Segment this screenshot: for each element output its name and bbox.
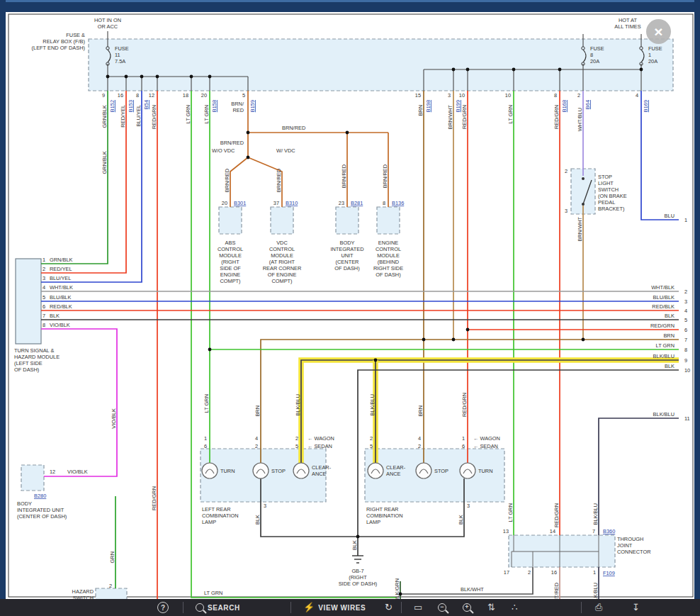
connector-ref-b64[interactable]: B64 (585, 100, 591, 109)
label-9: 9 (102, 92, 105, 99)
zoom-out-icon: − (438, 603, 446, 612)
label-6: 6 (684, 327, 687, 333)
label-stop: STOP (434, 468, 448, 474)
label-2: 2 (418, 443, 421, 449)
label-10: 10 (459, 92, 465, 99)
label-bracket: BRACKET) (598, 206, 624, 212)
label-control: CONTROL (218, 246, 243, 252)
connector-ref-b158[interactable]: B158 (211, 100, 218, 112)
turn-hazard-module-box (16, 259, 41, 344)
label-20: 20 (222, 200, 227, 206)
zoom-out-icon[interactable]: − (438, 599, 446, 616)
label-3: 3 (684, 298, 687, 305)
fuse-relay-box (89, 39, 673, 91)
junction-dot (140, 75, 144, 79)
rotate-icon: ↻ (385, 599, 393, 616)
label-gb-7: GB-7 (351, 568, 363, 574)
label-red-grn: RED/GRN (650, 323, 674, 329)
label-lamp: LAMP (366, 519, 380, 525)
help-icon[interactable]: ? (157, 599, 169, 616)
print-icon[interactable]: ⎙ (595, 599, 602, 616)
connector-ref-f109[interactable]: F109 (603, 570, 615, 576)
help-icon: ? (157, 602, 169, 613)
label-2: 2 (565, 168, 568, 174)
label-4: 4 (255, 435, 258, 442)
label-of-dash: OF DASH) (334, 265, 359, 271)
label-10: 10 (684, 367, 690, 374)
connector-ref-b301[interactable]: B301 (234, 200, 246, 206)
label-red-grn: RED/GRN (553, 503, 560, 527)
label-red-blk: RED/BLK (652, 303, 674, 310)
close-button[interactable]: × (646, 19, 671, 44)
junction-dot (452, 338, 456, 342)
label-10: 10 (505, 92, 511, 99)
label-blk-blu: BLK/BLU (592, 503, 599, 525)
view-wires-button[interactable]: ⚡VIEW WIRES (303, 599, 366, 616)
label-fuse: FUSE (115, 45, 129, 52)
label-brn: BRN/ (231, 101, 244, 107)
label-turn: TURN (478, 468, 493, 474)
connector-ref-b168[interactable]: B168 (561, 100, 568, 112)
label-2: 2 (684, 289, 687, 295)
label-brn: BRN (254, 405, 261, 417)
label-w-o-vdc: W/O VDC (212, 147, 235, 154)
pan-icon[interactable]: ⇅ (487, 599, 495, 616)
share-icon[interactable]: ∴ (512, 599, 517, 616)
label-blu-yel: BLU/YEL (50, 275, 71, 281)
label-red-yel: RED/YEL (120, 105, 126, 128)
connector-ref-b310[interactable]: B310 (286, 200, 298, 206)
label-11: 11 (115, 52, 120, 58)
connector-ref-b54[interactable]: B54 (143, 100, 149, 109)
label-right-rear: RIGHT REAR (366, 506, 398, 513)
label-blu-blk: BLU/BLK (653, 294, 674, 301)
label-brn-red: BRN/RED (276, 169, 282, 192)
label-2: 2 (295, 435, 298, 442)
connector-ref-b360[interactable]: B360 (603, 528, 615, 534)
label-12: 12 (50, 469, 55, 475)
junction-dot (374, 359, 378, 362)
label-7: 7 (592, 528, 595, 534)
connector-ref-b281[interactable]: B281 (351, 200, 363, 206)
search-button[interactable]: SEARCH (196, 599, 240, 616)
connector-ref-b280[interactable]: B280 (34, 493, 46, 499)
label-grn: GRN (109, 551, 115, 563)
label-8: 8 (684, 347, 687, 353)
label-blk-grn: BLK/GRN (394, 578, 400, 601)
label-combination: COMBINATION (202, 513, 239, 519)
junction-dot (106, 75, 110, 79)
label-sedan: ← SEDAN (473, 443, 498, 449)
label-7: 7 (684, 337, 687, 343)
label-5: 5 (684, 317, 687, 323)
label-blk-blu: BLK/BLU (653, 353, 674, 359)
junction-dot (346, 131, 349, 135)
download-icon[interactable]: ↧ (632, 599, 640, 616)
window-frame-left (0, 0, 6, 616)
label-blk: BLK (50, 313, 60, 319)
label-right: (RIGHT (221, 259, 239, 265)
junction-dot (640, 68, 643, 72)
label-2: 2 (577, 92, 580, 99)
connector-ref-b198[interactable]: B198 (425, 100, 431, 112)
connector-ref-b136[interactable]: B136 (392, 200, 404, 206)
label-16: 16 (551, 569, 557, 576)
lens-handle (445, 610, 448, 614)
connector-ref-b153[interactable]: B153 (128, 100, 134, 112)
label-4: 4 (43, 284, 45, 291)
connector-ref-b199[interactable]: B199 (455, 100, 461, 112)
label-blk: BLK (254, 515, 261, 525)
fit-screen-icon[interactable]: ▭ (414, 599, 422, 616)
label-of-dash: OF DASH) (14, 366, 39, 373)
label-5: 5 (295, 443, 298, 449)
junction-dot (466, 328, 470, 332)
label-blk-wht: BLK/WHT (461, 586, 484, 593)
label-module: MODULE (377, 252, 400, 259)
rotate-icon[interactable]: ↻ (385, 599, 393, 616)
connector-ref-b152[interactable]: B152 (109, 100, 115, 112)
connector-ref-b169[interactable]: B169 (643, 100, 649, 112)
label-wagon: ← WAGON (473, 435, 500, 442)
connector-ref-b159[interactable]: B159 (249, 100, 256, 112)
label-right-side: RIGHT SIDE (373, 265, 403, 271)
label-4: 4 (684, 308, 687, 314)
zoom-in-icon[interactable]: + (463, 599, 471, 616)
label-brn: BRN (417, 405, 424, 417)
